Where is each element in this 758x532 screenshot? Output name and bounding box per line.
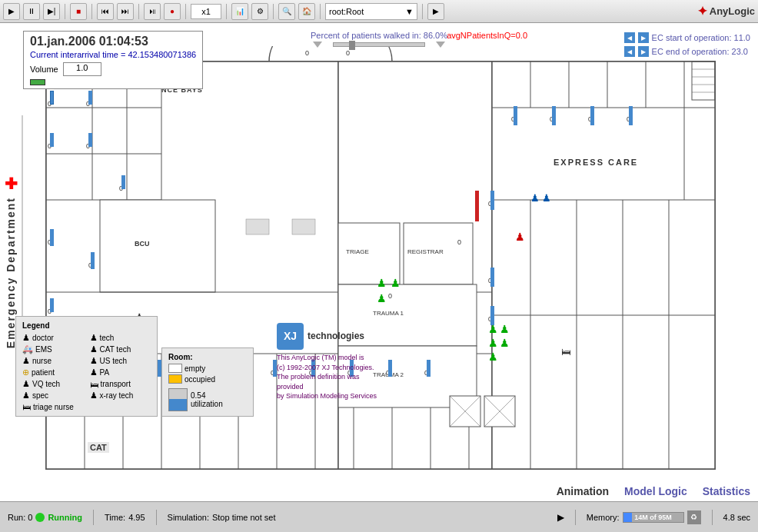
xj-logo-text: technologies bbox=[308, 330, 364, 343]
time-segment: Time: 4.95 bbox=[105, 513, 145, 522]
tab-animation[interactable]: Animation bbox=[557, 485, 609, 497]
memory-bar-container: 14M of 95M bbox=[623, 512, 684, 523]
ec-start-prev-button[interactable]: ◀ bbox=[624, 32, 635, 43]
person-green-r1: ♟ bbox=[488, 323, 498, 335]
info-top-left: 01.jan.2006 01:04:53 Current interarriva… bbox=[23, 31, 203, 89]
legend-title: Legend bbox=[22, 321, 151, 330]
person-green-2: ♟ bbox=[391, 277, 401, 289]
home-button[interactable]: 🏠 bbox=[298, 3, 315, 20]
legend-nurse: ♟ nurse bbox=[22, 356, 84, 366]
status-sep-3 bbox=[575, 510, 576, 525]
simulation-segment: Simulation: Stop time not set bbox=[168, 513, 276, 522]
person-green-r5: ♟ bbox=[488, 351, 498, 363]
person-green-3: ♟ bbox=[377, 292, 387, 304]
pause2-button[interactable]: ⏯ bbox=[144, 3, 161, 20]
legend-doctor: ♟ doctor bbox=[22, 333, 84, 343]
svg-rect-53 bbox=[292, 219, 315, 234]
zero-label-1: 0 bbox=[305, 49, 309, 57]
cat-label: CAT bbox=[88, 442, 109, 453]
volume-bar bbox=[30, 79, 45, 85]
memory-text: 14M of 95M bbox=[623, 513, 683, 522]
chart-button[interactable]: 📊 bbox=[231, 3, 248, 20]
spec-icon: ♟ bbox=[22, 391, 30, 401]
gc-button[interactable]: ♻ bbox=[687, 510, 701, 524]
tabs-row: Animation Model Logic Statistics bbox=[557, 485, 750, 497]
toolbar: ▶ ⏸ ▶| ■ ⏮ ⏭ ⏯ ● x1 📊 ⚙ 🔍 🏠 root:Root ▼ … bbox=[0, 0, 758, 23]
separator-4 bbox=[185, 4, 186, 19]
us-tech-icon: ♟ bbox=[90, 356, 98, 366]
util-bar-visual bbox=[168, 388, 188, 411]
util-label: utilization bbox=[191, 400, 223, 408]
room-empty-label: empty bbox=[185, 364, 205, 373]
xj-line3: The problem definition was provided bbox=[277, 372, 384, 391]
step-button[interactable]: ▶| bbox=[43, 3, 60, 20]
slider-thumb bbox=[349, 41, 355, 50]
patient-icon: ⊕ bbox=[22, 367, 29, 377]
memory-segment: Memory: 14M of 95M ♻ bbox=[587, 510, 701, 524]
person-green-r2: ♟ bbox=[500, 323, 510, 335]
tab-model-logic[interactable]: Model Logic bbox=[624, 485, 687, 497]
bar-3 bbox=[50, 133, 54, 147]
info-top-right: ◀ ▶ EC start of operation: 11.0 ◀ ▶ EC e… bbox=[624, 31, 750, 57]
person-green-1: ♟ bbox=[377, 277, 387, 289]
bar-b11 bbox=[427, 360, 431, 377]
anylogic-logo: ✦ AnyLogic bbox=[697, 4, 755, 18]
room-occupied-swatch bbox=[168, 374, 182, 384]
ec-end-next-button[interactable]: ▶ bbox=[638, 46, 649, 57]
legend-pa: ♟ PA bbox=[90, 367, 151, 377]
red-bar-1 bbox=[475, 191, 479, 221]
bar-4 bbox=[88, 133, 92, 147]
ec-end-prev-button[interactable]: ◀ bbox=[624, 46, 635, 57]
stop-button[interactable]: ■ bbox=[70, 3, 87, 20]
separator-7 bbox=[320, 4, 321, 19]
ems-icon: 🚑 bbox=[22, 344, 33, 354]
play-button[interactable]: ▶ bbox=[3, 3, 20, 20]
svg-text:REGISTRAR: REGISTRAR bbox=[407, 248, 444, 255]
ec-end-label: EC end of operation: 23.0 bbox=[652, 47, 748, 56]
separator-5 bbox=[226, 4, 227, 19]
cat-tech-icon: ♟ bbox=[90, 344, 98, 354]
room-empty-row: empty bbox=[168, 364, 247, 373]
legend-us-tech: ♟ US tech bbox=[90, 356, 151, 366]
nurse-icon: ♟ bbox=[22, 356, 30, 366]
xj-line4: by Simulation Modeling Services bbox=[277, 391, 384, 401]
settings-button[interactable]: ⚙ bbox=[251, 3, 268, 20]
room-occupied-label: occupied bbox=[185, 375, 215, 384]
ec-start-label: EC start of operation: 11.0 bbox=[652, 33, 750, 42]
legend-spec: ♟ spec bbox=[22, 391, 84, 401]
avgN-label: avgNPatientsInQ=0.0 bbox=[447, 31, 527, 40]
pause-button[interactable]: ⏸ bbox=[23, 3, 40, 20]
play-button-segment[interactable]: ▶ bbox=[557, 512, 564, 523]
rewind-button[interactable]: ⏮ bbox=[97, 3, 114, 20]
ec-start-next-button[interactable]: ▶ bbox=[638, 32, 649, 43]
legend-patient: ⊕ patient bbox=[22, 367, 84, 377]
speed-value: 4.8 sec bbox=[723, 513, 750, 522]
run-button[interactable]: ▶ bbox=[427, 3, 444, 20]
bar-5 bbox=[121, 175, 125, 189]
record-button[interactable]: ● bbox=[164, 3, 181, 20]
slider-track[interactable] bbox=[333, 42, 425, 47]
separator-2 bbox=[91, 4, 92, 19]
zero-label-2: 0 bbox=[346, 49, 350, 57]
time-value: 4.95 bbox=[128, 513, 145, 522]
run-segment: Run: 0 Running bbox=[8, 513, 82, 522]
root-dropdown[interactable]: root:Root ▼ bbox=[325, 3, 417, 20]
bar-r1 bbox=[514, 106, 517, 125]
section-count-2: 0 bbox=[457, 238, 461, 246]
bar-7 bbox=[91, 252, 95, 269]
person-green-r3: ♟ bbox=[488, 337, 498, 349]
zoom-in-button[interactable]: 🔍 bbox=[278, 3, 295, 20]
svg-rect-3 bbox=[492, 62, 715, 469]
tech-icon: ♟ bbox=[90, 333, 98, 343]
forward-button[interactable]: ⏭ bbox=[117, 3, 134, 20]
svg-text:TRAUMA 1: TRAUMA 1 bbox=[373, 310, 404, 317]
volume-label: Volume bbox=[30, 65, 58, 74]
interarrival-display: Current interarrival time = 42.153480071… bbox=[30, 50, 196, 59]
legend-ems: 🚑 EMS bbox=[22, 344, 84, 354]
bar-1 bbox=[50, 91, 54, 105]
separator-1 bbox=[65, 4, 65, 19]
tab-statistics[interactable]: Statistics bbox=[703, 485, 750, 497]
bar-8 bbox=[50, 298, 54, 312]
svg-text:TRIAGE: TRIAGE bbox=[346, 248, 369, 255]
volume-input[interactable]: 1.0 bbox=[63, 62, 101, 76]
